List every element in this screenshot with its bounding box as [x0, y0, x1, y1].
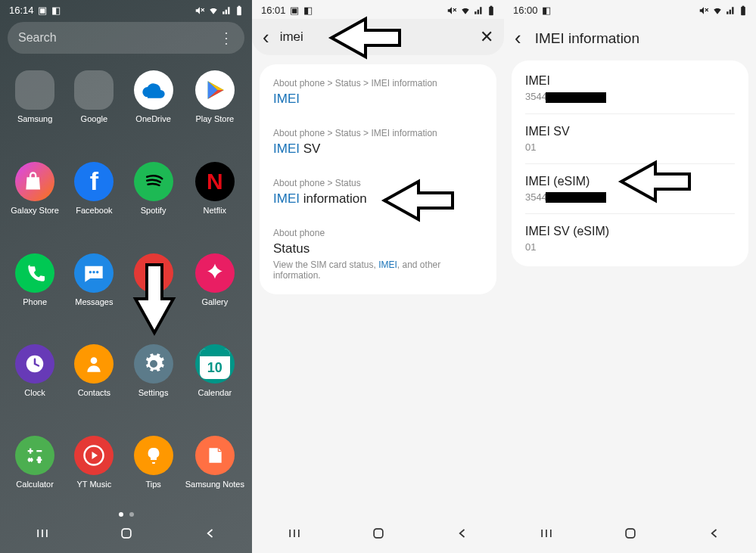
info-label: IMEI (eSIM) [525, 175, 735, 188]
app-samsung-notes[interactable]: Samsung Notes [185, 436, 244, 506]
app-label: Tips [145, 480, 160, 489]
battery-icon [487, 5, 495, 16]
cal-icon: 10 [195, 344, 235, 384]
svg-point-4 [89, 271, 92, 274]
f-icon: f [74, 162, 114, 201]
recents-button[interactable] [539, 526, 554, 544]
svg-rect-41 [626, 529, 635, 538]
app-label: Play Store [195, 114, 234, 123]
mute-icon [698, 5, 709, 16]
home-button[interactable] [119, 526, 134, 544]
svg-point-9 [157, 269, 160, 272]
back-button[interactable] [707, 526, 722, 544]
svg-rect-28 [489, 7, 493, 15]
calc-icon [15, 436, 54, 475]
nav-bar [504, 517, 756, 553]
result-breadcrumb: About phone [273, 228, 483, 238]
app-contacts[interactable]: Contacts [67, 344, 121, 415]
more-icon[interactable]: ⋮ [219, 29, 234, 47]
app-label: Camera [138, 297, 168, 306]
app-calculator[interactable]: Calculator [8, 436, 62, 506]
svg-rect-3 [238, 5, 241, 6]
back-button[interactable] [455, 526, 470, 544]
info-list: IMEI 3544IMEI SV 01IMEI (eSIM) 3544IMEI … [512, 61, 748, 266]
search-input[interactable]: imei [280, 30, 303, 45]
app-tips[interactable]: Tips [126, 436, 180, 506]
nav-bar [252, 517, 504, 553]
app-label: YT Music [77, 480, 112, 489]
app-label: Contacts [78, 388, 110, 397]
svg-rect-33 [374, 529, 383, 538]
app-play-store[interactable]: Play Store [185, 70, 244, 141]
result-title: IMEI information [273, 191, 483, 207]
notification-icon: ◧ [541, 5, 552, 16]
app-onedrive[interactable]: OneDrive [126, 70, 180, 141]
page-header: ‹ IMEI information [504, 19, 756, 61]
search-result[interactable]: About phone > Status > IMEI information … [273, 67, 483, 117]
home-button[interactable] [623, 526, 638, 544]
status-icons [698, 5, 747, 16]
bulb-icon [134, 436, 173, 475]
app-label: Spotify [141, 206, 166, 215]
redacted-value [546, 92, 606, 103]
app-label: Samsung [17, 114, 52, 123]
result-breadcrumb: About phone > Status > IMEI information [273, 78, 483, 89]
app-calendar[interactable]: 10Calendar [185, 344, 244, 415]
search-result[interactable]: About phone > Status > IMEI information … [273, 117, 483, 167]
status-icons [446, 5, 495, 16]
phone-search: 16:01 ▣ ◧ ‹ imei ✕ About phone > Status … [252, 0, 504, 553]
nav-bar [0, 517, 252, 553]
recents-button[interactable] [35, 526, 50, 544]
info-row[interactable]: IMEI SV 01 [525, 114, 735, 164]
info-row[interactable]: IMEI (eSIM) 3544 [525, 164, 735, 215]
app-label: Netflix [204, 206, 227, 215]
app-facebook[interactable]: fFacebook [67, 162, 121, 232]
svg-rect-29 [490, 5, 493, 6]
wifi-icon [712, 5, 723, 16]
app-clock[interactable]: Clock [8, 344, 62, 415]
notification-icon: ◧ [303, 5, 313, 16]
status-icons [194, 5, 243, 16]
back-icon[interactable]: ‹ [263, 26, 269, 49]
results-card: About phone > Status > IMEI information … [260, 64, 496, 294]
app-camera[interactable]: Camera [126, 253, 180, 324]
page-indicator [0, 506, 252, 517]
page-title: IMEI information [535, 30, 639, 47]
search-bar[interactable]: Search ⋮ [8, 22, 244, 54]
home-button[interactable] [371, 526, 386, 544]
app-label: Clock [24, 388, 45, 397]
app-settings[interactable]: Settings [126, 344, 180, 415]
app-yt-music[interactable]: YT Music [67, 436, 121, 506]
signal-icon [726, 5, 736, 16]
clock-text: 16:14 [9, 5, 34, 16]
search-result[interactable]: About phone > Status IMEI information [273, 167, 483, 217]
clock-text: 16:01 [261, 5, 286, 16]
result-subtitle: View the SIM card status, IMEI, and othe… [273, 259, 483, 281]
info-row[interactable]: IMEI SV (eSIM) 01 [525, 214, 735, 263]
recents-button[interactable] [287, 526, 302, 544]
cloud-icon [134, 70, 173, 110]
redacted-value [546, 192, 606, 203]
back-icon[interactable]: ‹ [515, 26, 521, 50]
clear-icon[interactable]: ✕ [480, 27, 493, 47]
search-header: ‹ imei ✕ [252, 19, 504, 55]
info-value: 3544 [525, 91, 735, 103]
svg-point-19 [39, 461, 40, 462]
info-label: IMEI SV [525, 125, 735, 138]
app-label: OneDrive [135, 114, 170, 123]
ytm-icon [74, 436, 114, 475]
app-phone[interactable]: Phone [8, 253, 62, 324]
app-label: Messages [75, 297, 113, 306]
app-spotify[interactable]: Spotify [126, 162, 180, 232]
app-gallery[interactable]: Gallery [185, 253, 244, 324]
app-samsung[interactable]: Samsung [8, 70, 62, 141]
app-netflix[interactable]: NNetflix [185, 162, 244, 232]
app-grid: Samsung GoogleOneDrivePlay StoreGalaxy S… [0, 61, 252, 506]
back-button[interactable] [203, 526, 218, 544]
status-bar: 16:14 ▣ ◧ [0, 0, 252, 19]
search-result[interactable]: About phone StatusView the SIM card stat… [273, 217, 483, 291]
app-messages[interactable]: Messages [67, 253, 121, 324]
app-google[interactable]: Google [67, 70, 121, 141]
info-row[interactable]: IMEI 3544 [525, 64, 735, 114]
app-galaxy-store[interactable]: Galaxy Store [8, 162, 62, 232]
